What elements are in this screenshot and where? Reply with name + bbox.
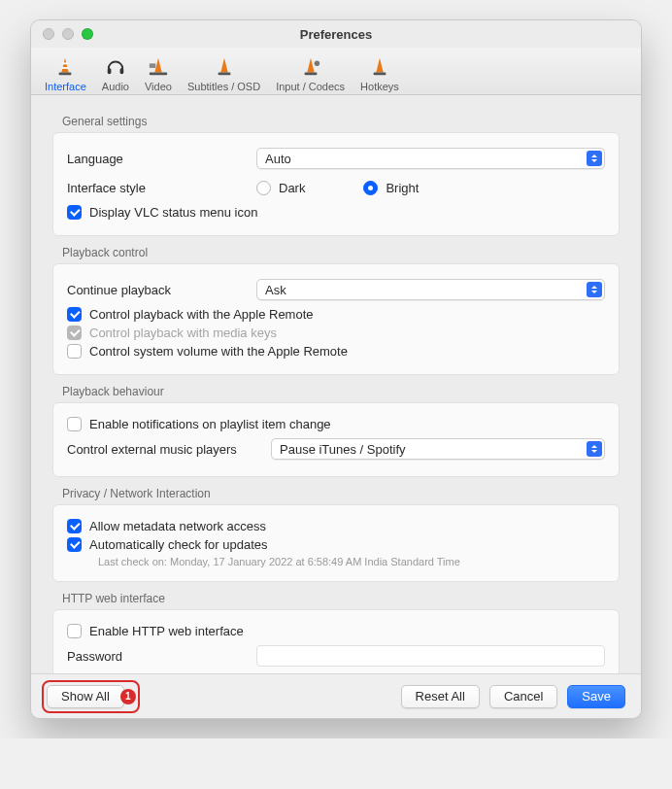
http-enable-checkbox[interactable]: Enable HTTP web interface	[67, 624, 605, 638]
svg-rect-6	[150, 63, 155, 68]
cancel-button[interactable]: Cancel	[489, 685, 557, 708]
password-field[interactable]	[256, 645, 605, 667]
tab-label: Input / Codecs	[276, 81, 345, 92]
style-dark-radio[interactable]: Dark	[256, 181, 305, 195]
codecs-icon	[297, 53, 324, 81]
svg-rect-10	[374, 73, 386, 76]
preferences-window: Preferences Interface Audio Video Subti	[30, 19, 642, 719]
video-icon	[145, 53, 172, 81]
checkbox-icon	[67, 344, 82, 359]
save-button[interactable]: Save	[567, 685, 625, 708]
metadata-checkbox[interactable]: Allow metadata network access	[67, 519, 605, 533]
hotkeys-icon	[366, 53, 393, 81]
svg-rect-2	[59, 73, 72, 76]
style-bright-radio[interactable]: Bright	[363, 181, 419, 195]
preferences-toolbar: Interface Audio Video Subtitles / OSD In…	[31, 48, 641, 95]
apple-remote-checkbox[interactable]: Control playback with the Apple Remote	[67, 307, 605, 322]
interface-style-label: Interface style	[67, 181, 256, 195]
tab-label: Video	[145, 81, 172, 92]
password-label: Password	[67, 649, 256, 664]
svg-rect-3	[108, 68, 112, 74]
continue-playback-select[interactable]: Ask	[256, 279, 605, 300]
checkbox-label: Control system volume with the Apple Rem…	[89, 344, 348, 359]
zoom-window-button[interactable]	[82, 28, 93, 40]
interface-icon	[51, 53, 79, 81]
section-title-playback-behaviour: Playback behaviour	[62, 385, 620, 398]
tab-label: Interface	[45, 81, 86, 92]
subtitles-icon	[211, 53, 238, 81]
footer: Show All 1 Reset All Cancel Save	[31, 673, 641, 718]
radio-label: Bright	[386, 181, 419, 195]
external-players-value: Pause iTunes / Spotify	[280, 442, 406, 457]
continue-playback-value: Ask	[265, 283, 286, 297]
checkbox-label: Enable notifications on playlist item ch…	[89, 417, 331, 431]
external-players-label: Control external music players	[67, 442, 271, 457]
tab-interface[interactable]: Interface	[37, 50, 94, 94]
language-label: Language	[67, 152, 256, 166]
svg-rect-1	[62, 67, 69, 69]
continue-playback-label: Continue playback	[67, 283, 256, 297]
tab-audio[interactable]: Audio	[94, 50, 137, 94]
last-check-note: Last check on: Monday, 17 January 2022 a…	[98, 556, 605, 567]
svg-rect-8	[304, 73, 317, 76]
tab-subtitles[interactable]: Subtitles / OSD	[180, 50, 268, 94]
chevron-up-down-icon	[587, 441, 602, 457]
checkbox-icon	[67, 624, 82, 638]
tab-video[interactable]: Video	[137, 50, 180, 94]
window-title: Preferences	[31, 27, 641, 42]
updates-checkbox[interactable]: Automatically check for updates	[67, 537, 605, 552]
svg-point-9	[314, 61, 319, 67]
section-title-playback-control: Playback control	[62, 246, 620, 259]
checkbox-label: Display VLC status menu icon	[89, 205, 257, 220]
notifications-checkbox[interactable]: Enable notifications on playlist item ch…	[67, 417, 605, 431]
chevron-up-down-icon	[587, 282, 602, 297]
svg-rect-0	[63, 62, 68, 64]
checkbox-label: Automatically check for updates	[89, 537, 268, 552]
privacy-card: Allow metadata network access Automatica…	[52, 504, 620, 582]
checkbox-icon	[67, 307, 82, 322]
checkbox-icon	[67, 537, 82, 552]
minimize-window-button[interactable]	[62, 28, 74, 40]
traffic-lights	[31, 28, 93, 40]
http-card: Enable HTTP web interface Password	[52, 609, 620, 673]
system-volume-checkbox[interactable]: Control system volume with the Apple Rem…	[67, 344, 605, 359]
tab-label: Audio	[102, 81, 129, 92]
checkbox-icon	[67, 417, 82, 431]
tab-label: Hotkeys	[360, 81, 399, 92]
radio-icon	[256, 181, 271, 195]
annotation-badge: 1	[120, 689, 136, 704]
external-players-select[interactable]: Pause iTunes / Spotify	[271, 438, 605, 460]
titlebar: Preferences	[31, 20, 641, 48]
headphones-icon	[102, 53, 129, 81]
radio-icon	[363, 181, 378, 195]
show-all-button[interactable]: Show All	[47, 685, 124, 708]
checkbox-icon	[67, 205, 82, 220]
svg-rect-4	[119, 68, 123, 74]
tab-input-codecs[interactable]: Input / Codecs	[268, 50, 353, 94]
tab-label: Subtitles / OSD	[187, 81, 260, 92]
reset-all-button[interactable]: Reset All	[401, 685, 480, 708]
playback-control-card: Continue playback Ask Control playback w…	[52, 263, 620, 375]
content-scroll[interactable]: General settings Language Auto Interface…	[31, 95, 641, 673]
section-title-general: General settings	[62, 115, 620, 128]
checkbox-label: Control playback with the Apple Remote	[89, 307, 314, 322]
playback-behaviour-card: Enable notifications on playlist item ch…	[52, 402, 620, 477]
section-title-privacy: Privacy / Network Interaction	[62, 487, 620, 500]
close-window-button[interactable]	[43, 28, 54, 40]
checkbox-icon	[67, 519, 82, 533]
chevron-up-down-icon	[587, 151, 602, 166]
media-keys-checkbox: Control playback with media keys	[67, 326, 605, 340]
checkbox-label: Control playback with media keys	[89, 326, 277, 340]
section-title-http: HTTP web interface	[62, 592, 620, 605]
radio-label: Dark	[279, 181, 305, 195]
general-card: Language Auto Interface style Dark	[52, 132, 620, 236]
svg-rect-7	[218, 73, 230, 76]
language-value: Auto	[265, 152, 291, 166]
status-menu-checkbox[interactable]: Display VLC status menu icon	[67, 205, 605, 220]
language-select[interactable]: Auto	[256, 148, 605, 169]
checkbox-label: Enable HTTP web interface	[89, 624, 244, 638]
svg-rect-5	[150, 73, 167, 76]
checkbox-label: Allow metadata network access	[89, 519, 266, 533]
tab-hotkeys[interactable]: Hotkeys	[353, 50, 407, 94]
checkbox-icon	[67, 326, 82, 340]
